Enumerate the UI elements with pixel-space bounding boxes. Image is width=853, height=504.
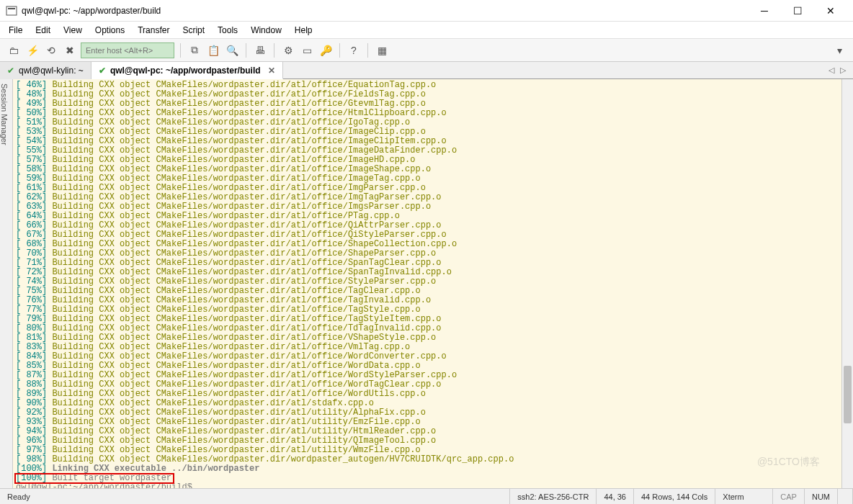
statusbar: Ready ssh2: AES-256-CTR 44, 36 44 Rows, … xyxy=(0,488,853,504)
minimize-button[interactable]: ─ xyxy=(748,0,781,22)
menu-script[interactable]: Script xyxy=(182,25,205,35)
toolbar-separator xyxy=(367,43,368,58)
key-icon[interactable]: 🔑 xyxy=(318,42,334,58)
quick-connect-icon[interactable]: ⚡ xyxy=(24,42,40,58)
tab-label: qwl@qwl-kylin: ~ xyxy=(19,66,84,76)
host-input[interactable] xyxy=(81,42,174,58)
menu-file[interactable]: File xyxy=(9,25,22,35)
maximize-button[interactable]: ☐ xyxy=(781,0,814,22)
menu-edit[interactable]: Edit xyxy=(35,25,50,35)
tab-label: qwl@qwl-pc: ~/app/wordpaster/build xyxy=(110,66,261,76)
status-connection: ssh2: AES-256-CTR xyxy=(510,489,597,504)
dropdown-icon[interactable]: ▾ xyxy=(831,42,847,58)
help-icon[interactable]: ? xyxy=(346,42,362,58)
toolbar-separator xyxy=(274,43,274,58)
tab-prev-icon[interactable]: ◁ xyxy=(829,66,834,75)
tab-nav: ◁ ▷ xyxy=(821,66,853,75)
status-blank xyxy=(838,489,853,504)
print-icon[interactable]: 🖶 xyxy=(252,42,268,58)
tabbar: ✔ qwl@qwl-kylin: ~ ✔ qwl@qwl-pc: ~/app/w… xyxy=(0,62,853,79)
menu-tools[interactable]: Tools xyxy=(218,25,238,35)
toolbar-separator xyxy=(180,43,181,58)
menu-help[interactable]: Help xyxy=(295,25,313,35)
window-title: qwl@qwl-pc: ~/app/wordpaster/build xyxy=(22,6,748,16)
menu-options[interactable]: Options xyxy=(95,25,125,35)
menu-view[interactable]: View xyxy=(63,25,82,35)
toolbar: 🗀 ⚡ ⟲ ✖ ⧉ 📋 🔍 🖶 ⚙ ▭ 🔑 ? ▦ ▾ xyxy=(0,39,853,62)
close-icon[interactable]: ✕ xyxy=(268,66,275,76)
scroll-thumb[interactable] xyxy=(844,366,852,423)
grid-icon[interactable]: ▦ xyxy=(374,42,390,58)
status-term: Xterm xyxy=(715,489,773,504)
gear-icon[interactable]: ⚙ xyxy=(280,42,296,58)
folder-icon[interactable]: 🗀 xyxy=(6,42,22,58)
status-num: NUM xyxy=(805,489,838,504)
terminal-output[interactable]: [ 46%] Building CXX object CMakeFiles/wo… xyxy=(13,79,841,488)
window-controls: ─ ☐ ✕ xyxy=(748,0,847,22)
server-icon[interactable]: ▭ xyxy=(299,42,315,58)
status-ready: Ready xyxy=(0,489,510,504)
tab-session-2[interactable]: ✔ qwl@qwl-pc: ~/app/wordpaster/build ✕ xyxy=(91,62,283,79)
status-cap: CAP xyxy=(773,489,805,504)
copy-icon[interactable]: ⧉ xyxy=(187,42,202,58)
session-manager-tab[interactable]: Session Manager xyxy=(0,79,13,488)
status-size: 44 Rows, 144 Cols xyxy=(634,489,715,504)
main-area: Session Manager [ 46%] Building CXX obje… xyxy=(0,79,853,488)
check-icon: ✔ xyxy=(99,66,106,76)
reconnect-icon[interactable]: ⟲ xyxy=(43,42,59,58)
toolbar-separator xyxy=(339,43,340,58)
svg-rect-0 xyxy=(6,6,17,15)
titlebar: qwl@qwl-pc: ~/app/wordpaster/build ─ ☐ ✕ xyxy=(0,0,853,22)
disconnect-icon[interactable]: ✖ xyxy=(62,42,78,58)
terminal-prompt: qwl@qwl-pc:~/app/wordpaster/build$ xyxy=(16,483,839,488)
app-icon xyxy=(6,5,17,17)
menu-transfer[interactable]: Transfer xyxy=(138,25,169,35)
check-icon: ✔ xyxy=(7,66,14,76)
paste-icon[interactable]: 📋 xyxy=(205,42,221,58)
vertical-scrollbar[interactable] xyxy=(841,79,853,488)
svg-rect-1 xyxy=(8,8,15,9)
find-icon[interactable]: 🔍 xyxy=(224,42,240,58)
watermark: @51CTO博客 xyxy=(757,457,820,467)
tab-session-1[interactable]: ✔ qwl@qwl-kylin: ~ xyxy=(0,62,91,79)
menu-window[interactable]: Window xyxy=(251,25,282,35)
close-button[interactable]: ✕ xyxy=(814,0,847,22)
toolbar-separator xyxy=(246,43,246,58)
tab-next-icon[interactable]: ▷ xyxy=(840,66,846,75)
status-cursor: 44, 36 xyxy=(597,489,634,504)
menubar: File Edit View Options Transfer Script T… xyxy=(0,22,853,39)
